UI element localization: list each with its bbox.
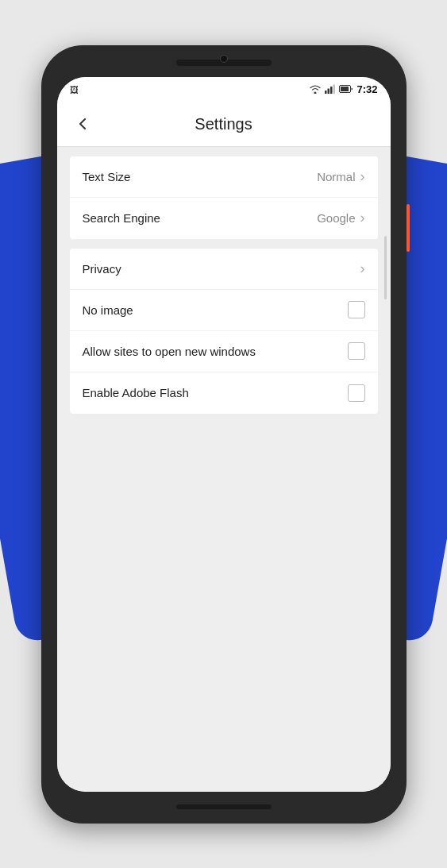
search-engine-right: Google › [317, 210, 364, 226]
notification-icon: 🖼 [70, 85, 79, 95]
scrollbar[interactable] [384, 236, 387, 299]
search-engine-value: Google [317, 211, 355, 225]
search-engine-chevron-icon: › [360, 210, 365, 226]
text-size-label: Text Size [83, 170, 131, 183]
svg-rect-5 [341, 87, 349, 91]
settings-card-1: Text Size Normal › Search Engine Google … [70, 156, 378, 239]
signal-icon [325, 84, 336, 95]
text-size-value: Normal [317, 170, 355, 183]
privacy-right: › [360, 260, 365, 277]
allow-new-windows-right [348, 342, 365, 360]
app-header: Settings [57, 102, 391, 147]
allow-new-windows-label: Allow sites to open new windows [83, 345, 256, 358]
side-button [407, 204, 410, 252]
search-engine-label: Search Engine [83, 211, 160, 225]
wifi-icon [309, 84, 322, 95]
no-image-label: No image [83, 303, 133, 317]
svg-rect-3 [333, 84, 336, 94]
search-engine-row[interactable]: Search Engine Google › [70, 198, 378, 239]
no-image-checkbox[interactable] [348, 301, 365, 318]
no-image-right [348, 301, 365, 318]
svg-rect-2 [330, 87, 333, 94]
text-size-right: Normal › [317, 168, 364, 185]
phone-frame: 🖼 [41, 45, 407, 824]
allow-new-windows-checkbox[interactable] [348, 342, 365, 360]
adobe-flash-row[interactable]: Enable Adobe Flash [70, 372, 378, 414]
text-size-row[interactable]: Text Size Normal › [70, 156, 378, 198]
phone-screen: 🖼 [57, 77, 391, 792]
adobe-flash-label: Enable Adobe Flash [83, 386, 189, 399]
privacy-label: Privacy [83, 262, 121, 276]
status-time: 7:32 [356, 83, 377, 95]
allow-new-windows-row[interactable]: Allow sites to open new windows [70, 331, 378, 372]
status-bar: 🖼 [57, 77, 391, 102]
text-size-chevron-icon: › [360, 168, 365, 185]
camera-dot [220, 55, 228, 63]
adobe-flash-right [348, 384, 365, 402]
settings-card-2: Privacy › No image Allow sites to open n… [70, 249, 378, 414]
privacy-chevron-icon: › [360, 260, 365, 277]
settings-content: Text Size Normal › Search Engine Google … [57, 147, 391, 792]
no-image-row[interactable]: No image [70, 290, 378, 331]
svg-rect-1 [328, 88, 330, 94]
svg-rect-0 [325, 91, 327, 94]
page-title: Settings [95, 115, 353, 133]
battery-icon [339, 84, 353, 95]
back-button[interactable] [70, 111, 95, 137]
status-right: 7:32 [309, 83, 377, 95]
adobe-flash-checkbox[interactable] [348, 384, 365, 402]
status-left: 🖼 [70, 85, 79, 95]
privacy-row[interactable]: Privacy › [70, 249, 378, 290]
